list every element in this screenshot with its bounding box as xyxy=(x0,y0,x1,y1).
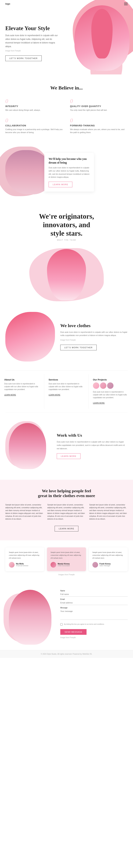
author-name-0: Nia Wells xyxy=(16,563,28,565)
form-email-input[interactable] xyxy=(60,600,128,605)
team-photo-area xyxy=(5,246,128,303)
work-heading: Work with Us xyxy=(57,433,128,438)
hero-section: Elevate Your Style Duis aute irure dolor… xyxy=(0,0,133,74)
believe-title-1: QUALITY OVER QUANTITY xyxy=(70,105,128,107)
believe-item-collaboration: 0 COLLABORATION Crafting your image is a… xyxy=(5,117,63,134)
footer-copyright: © 2024 Style Studio. All rights reserved… xyxy=(5,653,128,655)
helping-item-0: Sample text ipsum dolor sit amet, consec… xyxy=(5,503,44,521)
transform-card: We'll help you become who you dream of b… xyxy=(44,153,94,192)
believe-num-2: 0 xyxy=(5,117,63,124)
testimonial-0: Sample quote lorem ipsum dolor sit amet,… xyxy=(5,548,44,571)
transform-card-desc: Duis aute irure dolor in reprehenderit i… xyxy=(49,166,90,179)
mini-img-2 xyxy=(100,382,106,389)
col-services-link[interactable]: LEARN MORE xyxy=(49,394,60,396)
form-credit: Image from Freepik xyxy=(60,637,128,639)
author-name-2: Frank Kinney xyxy=(100,563,111,565)
col-projects-link[interactable]: LEARN MORE xyxy=(93,402,105,404)
helping-item-2: Sample text ipsum dolor sit amet, consec… xyxy=(89,503,128,521)
transform-section: We'll help you become who you dream of b… xyxy=(0,145,133,200)
col-services: Services Duis aute irure dolor in repreh… xyxy=(44,374,89,409)
hero-image xyxy=(75,5,129,71)
hero-cta-button[interactable]: LET'S WORK TOGETHER xyxy=(5,56,42,61)
logo[interactable]: logo xyxy=(5,2,10,5)
col-about-title: About Us xyxy=(4,378,40,381)
believe-item-forward: 0 FORWARD-THINKING We always evaluate wh… xyxy=(70,117,128,134)
col-about: About Us Duis aute irure dolor in repreh… xyxy=(0,374,44,409)
love-clothes-section: We love clothes Duis aute irure dolor in… xyxy=(0,307,133,370)
author-name-1: Mandy Kinney xyxy=(58,563,70,565)
testimonials-credit: Images from Freepik xyxy=(5,574,128,576)
form-checkbox[interactable] xyxy=(60,623,62,626)
author-title-1: Chief Accountant xyxy=(58,565,70,566)
believe-desc-3: We always evaluate where you are, where … xyxy=(70,128,128,134)
testimonials-section: Sample quote lorem ipsum dolor sit amet,… xyxy=(0,540,133,583)
helping-text-1: Sample text ipsum dolor sit amet, consec… xyxy=(47,503,86,521)
testimonial-quote-0: Sample quote lorem ipsum dolor sit amet,… xyxy=(9,551,41,559)
contact-form: Name Email Message By ticking this box y… xyxy=(60,590,128,635)
author-info-1: Mandy Kinney Chief Accountant xyxy=(58,563,70,566)
testimonial-author-2: Frank Kinney Salon Manager xyxy=(92,562,124,568)
author-title-0: Financial Director xyxy=(16,565,28,566)
form-name-input[interactable] xyxy=(60,592,128,596)
form-checkbox-label: By ticking this box you agree to our ter… xyxy=(64,623,104,625)
transform-cta-button[interactable]: LEARN MORE xyxy=(49,182,72,187)
col-about-link[interactable]: LEARN MORE xyxy=(4,394,16,396)
testimonial-quote-1: Sample quote lorem ipsum dolor sit amet,… xyxy=(51,551,82,559)
helping-cta-button[interactable]: LEARN MORE xyxy=(55,526,78,531)
form-name-field: Name xyxy=(60,590,128,596)
navbar: logo xyxy=(0,0,133,8)
originators-heading: We're originators, innovators, and style… xyxy=(5,212,128,238)
three-cols-section: About Us Duis aute irure dolor in repreh… xyxy=(0,371,133,412)
form-name-label: Name xyxy=(60,590,128,592)
author-title-2: Salon Manager xyxy=(100,565,111,566)
work-desc: Duis aute irure dolor in reprehenderit i… xyxy=(57,440,128,450)
testimonial-author-0: Nia Wells Financial Director xyxy=(9,562,41,568)
believe-section: We Believe in... 0 INTEGRITY We care abo… xyxy=(0,74,133,141)
helping-btn-wrap: LEARN MORE xyxy=(5,526,128,531)
col-projects: Our Projects Duis aute irure dolor in re… xyxy=(89,374,133,409)
form-message-field: Message xyxy=(60,607,128,620)
believe-desc-1: You only need the right pieces that will… xyxy=(70,108,128,112)
love-clothes-cta-button[interactable]: LET'S WORK TOGETHER xyxy=(60,345,97,350)
hamburger-menu[interactable] xyxy=(124,3,128,5)
hero-content: Elevate Your Style Duis aute irure dolor… xyxy=(0,11,60,72)
believe-item-quality: 0 QUALITY OVER QUANTITY You only need th… xyxy=(70,98,128,112)
col-services-title: Services xyxy=(49,378,84,381)
author-info-2: Frank Kinney Salon Manager xyxy=(100,563,111,566)
believe-num-0: 0 xyxy=(5,98,63,104)
testimonial-quote-2: Sample quote lorem ipsum dolor sit amet,… xyxy=(92,551,124,559)
originators-section: We're originators, innovators, and style… xyxy=(0,203,133,307)
hero-title: Elevate Your Style xyxy=(5,25,60,32)
believe-item-integrity: 0 INTEGRITY We care about doing things w… xyxy=(5,98,63,112)
author-avatar-2 xyxy=(92,562,98,568)
transform-card-title: We'll help you become who you dream of b… xyxy=(49,157,90,165)
form-checkbox-wrap: By ticking this box you agree to our ter… xyxy=(60,623,128,626)
form-submit-button[interactable]: SEND MESSAGE xyxy=(60,629,86,635)
helping-section: We love helping people feel great in the… xyxy=(0,480,133,540)
work-image-area xyxy=(5,421,51,471)
believe-num-3: 0 xyxy=(70,117,128,124)
mini-img-1 xyxy=(93,382,99,389)
helping-grid: Sample text ipsum dolor sit amet, consec… xyxy=(5,503,128,521)
love-clothes-image xyxy=(5,312,55,362)
form-content: Name Email Message By ticking this box y… xyxy=(60,590,128,639)
helping-text-2: Sample text ipsum dolor sit amet, consec… xyxy=(89,503,128,521)
work-cta-button[interactable]: LEARN MORE xyxy=(57,453,81,459)
form-message-input[interactable] xyxy=(60,609,128,620)
form-person-image xyxy=(9,590,51,645)
author-avatar-1 xyxy=(51,562,56,568)
believe-grid: 0 INTEGRITY We care about doing things w… xyxy=(5,98,128,134)
helping-heading: We love helping people feel great in the… xyxy=(5,489,128,498)
form-email-label: Email xyxy=(60,598,128,600)
footer: © 2024 Style Studio. All rights reserved… xyxy=(0,650,133,658)
author-avatar-0 xyxy=(9,562,15,568)
love-clothes-desc: Duis aute irure dolor in reprehenderit i… xyxy=(60,331,128,337)
mini-img-3 xyxy=(107,382,113,389)
meet-team-label: MEET THE TEAM xyxy=(5,239,128,241)
love-clothes-heading: We love clothes xyxy=(60,323,128,329)
author-info-0: Nia Wells Financial Director xyxy=(16,563,28,566)
believe-desc-2: Crafting your image is a partnership and… xyxy=(5,128,63,134)
believe-desc-0: We care about doing things well, always. xyxy=(5,108,63,112)
love-clothes-credit: Image from Freepik xyxy=(60,339,128,341)
testimonials-grid: Sample quote lorem ipsum dolor sit amet,… xyxy=(5,548,128,571)
